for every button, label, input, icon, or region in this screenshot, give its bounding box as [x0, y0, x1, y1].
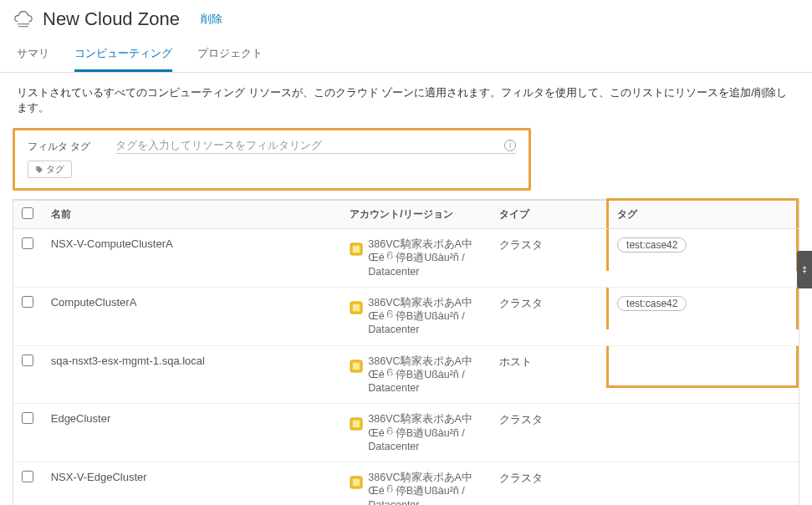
row-checkbox[interactable]	[22, 355, 33, 366]
table-row[interactable]: NSX-V-EdgeCluster386VC騎家表ポあA中Œéᦆ停B遒Ußàu²…	[13, 462, 799, 506]
table-row[interactable]: ComputeClusterA386VC騎家表ポあA中Œéᦆ停B遒Ußàu²ñ …	[13, 287, 799, 345]
page-header: New Cloud Zone 削除	[0, 0, 812, 34]
tag-pill[interactable]: test:case42	[617, 237, 687, 252]
svg-rect-3	[353, 304, 360, 311]
page-title: New Cloud Zone	[43, 8, 180, 30]
row-type: クラスタ	[491, 229, 606, 288]
select-all-checkbox[interactable]	[22, 207, 33, 219]
row-checkbox-cell	[13, 462, 43, 506]
row-name: NSX-V-EdgeCluster	[43, 462, 342, 506]
svg-rect-9	[353, 479, 360, 486]
tags-button[interactable]: タグ	[28, 161, 72, 178]
tag-pill[interactable]: test:case42	[617, 296, 687, 311]
table-row[interactable]: NSX-V-ComputeClusterA386VC騎家表ポあA中Œéᦆ停B遒U…	[13, 229, 799, 288]
row-checkbox[interactable]	[22, 471, 33, 482]
row-type: クラスタ	[491, 462, 606, 506]
cloud-zone-icon	[13, 8, 34, 30]
svg-rect-5	[353, 363, 360, 370]
filter-section: フィルタ タグ i タグ	[13, 128, 531, 191]
filter-label: フィルタ タグ	[28, 140, 90, 154]
filter-tag-input[interactable]	[115, 139, 498, 151]
header-checkbox-cell	[13, 201, 43, 229]
row-account: 386VC騎家表ポあA中Œéᦆ停B遒Ußàu²ñ / Datacenter	[341, 229, 491, 288]
table-row[interactable]: EdgeCluster386VC騎家表ポあA中Œéᦆ停B遒Ußàu²ñ / Da…	[13, 404, 799, 462]
compute-table: 名前 アカウント/リージョン タイプ タグ NSX-V-ComputeClust…	[13, 199, 799, 505]
vcenter-icon	[350, 417, 363, 431]
row-name: EdgeCluster	[43, 404, 342, 462]
row-account: 386VC騎家表ポあA中Œéᦆ停B遒Ußàu²ñ / Datacenter	[341, 345, 491, 404]
vcenter-icon	[350, 301, 363, 314]
svg-rect-7	[353, 421, 360, 427]
delete-link[interactable]: 削除	[201, 12, 222, 27]
vcenter-icon	[350, 360, 363, 373]
row-checkbox[interactable]	[22, 237, 33, 249]
scroll-indicator[interactable]: ‡	[797, 251, 812, 288]
vcenter-icon	[350, 242, 363, 256]
row-account: 386VC騎家表ポあA中Œéᦆ停B遒Ußàu²ñ / Datacenter	[341, 462, 491, 506]
row-checkbox[interactable]	[22, 412, 33, 424]
tab-computing[interactable]: コンピューティング	[74, 41, 172, 72]
description-text: リストされているすべてのコンピューティング リソースが、このクラウド ゾーンに適…	[0, 73, 812, 124]
vcenter-icon	[350, 476, 363, 489]
row-type: クラスタ	[491, 404, 606, 462]
tabs: サマリ コンピューティング プロジェクト	[0, 34, 812, 73]
row-name: sqa-nsxt3-esx-mgmt-1.sqa.local	[43, 345, 342, 404]
row-name: ComputeClusterA	[43, 287, 342, 345]
table-row[interactable]: sqa-nsxt3-esx-mgmt-1.sqa.local386VC騎家表ポあ…	[13, 345, 799, 404]
header-name[interactable]: 名前	[43, 201, 342, 229]
row-tags-cell	[606, 404, 799, 462]
tag-icon	[35, 166, 43, 174]
tab-summary[interactable]: サマリ	[17, 41, 49, 72]
info-icon[interactable]: i	[504, 140, 516, 151]
header-account[interactable]: アカウント/リージョン	[341, 201, 491, 229]
header-type[interactable]: タイプ	[491, 201, 606, 229]
row-checkbox[interactable]	[22, 296, 33, 308]
row-tags-cell: test:case42	[606, 287, 799, 345]
row-account: 386VC騎家表ポあA中Œéᦆ停B遒Ußàu²ñ / Datacenter	[341, 404, 491, 462]
svg-rect-1	[353, 246, 360, 252]
row-name: NSX-V-ComputeClusterA	[43, 229, 342, 288]
header-tags[interactable]: タグ	[606, 201, 799, 229]
row-checkbox-cell	[13, 229, 43, 288]
row-tags-cell	[606, 462, 799, 506]
tab-project[interactable]: プロジェクト	[197, 41, 263, 72]
row-checkbox-cell	[13, 345, 43, 404]
row-type: クラスタ	[491, 287, 606, 345]
row-checkbox-cell	[13, 287, 43, 345]
row-account: 386VC騎家表ポあA中Œéᦆ停B遒Ußàu²ñ / Datacenter	[341, 287, 491, 345]
row-tags-cell	[606, 345, 799, 404]
row-checkbox-cell	[13, 404, 43, 462]
row-type: ホスト	[491, 345, 606, 404]
row-tags-cell: test:case42	[606, 229, 799, 288]
